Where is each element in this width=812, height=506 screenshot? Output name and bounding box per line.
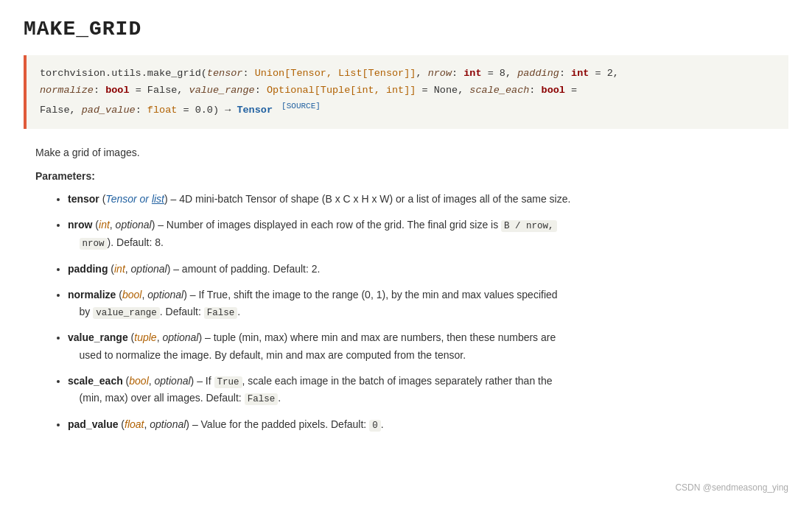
param-type: int [99,219,110,231]
param-name: padding [68,263,108,275]
param-name: normalize [68,289,116,301]
list-item: value_range (tuple, optional) – tuple (m… [68,329,788,363]
inline-code: B / nrow, [501,220,557,232]
param-name: pad_value [68,418,118,430]
list-item: padding (int, optional) – amount of padd… [68,261,788,278]
inline-code: False [245,393,279,405]
signature-block: torchvision.utils.make_grid(tensor: Unio… [24,55,788,129]
inline-code: True [214,376,242,388]
params-list: tensor (Tensor or list) – 4D mini-batch … [24,191,788,433]
description: Make a grid of images. [24,147,788,158]
param-name: nrow [68,219,92,231]
source-link[interactable]: [SOURCE] [281,102,321,110]
param-type: tuple [134,331,156,343]
param-name: scale_each [68,375,123,387]
param-type: float [125,418,144,430]
list-item: normalize (bool, optional) – If True, sh… [68,287,788,321]
param-name: tensor [68,193,99,205]
inline-code: False [204,307,238,319]
inline-code: value_range [93,307,160,319]
list-item: tensor (Tensor or list) – 4D mini-batch … [68,191,788,208]
param-type: bool [129,375,148,387]
sig-module: torchvision.utils.make_grid [40,68,201,79]
inline-code: nrow [80,238,108,250]
list-item: nrow (int, optional) – Number of images … [68,217,788,251]
param-type: Tensor or list [105,193,164,205]
parameters-label: Parameters: [24,170,788,182]
param-name: value_range [68,331,128,343]
inline-code: 0 [369,420,381,432]
param-type: bool [122,289,141,301]
page-title: MAKE_GRID [24,18,788,41]
param-type: int [114,263,125,275]
list-item: scale_each (bool, optional) – If True, s… [68,373,788,407]
list-item: pad_value (float, optional) – Value for … [68,416,788,434]
